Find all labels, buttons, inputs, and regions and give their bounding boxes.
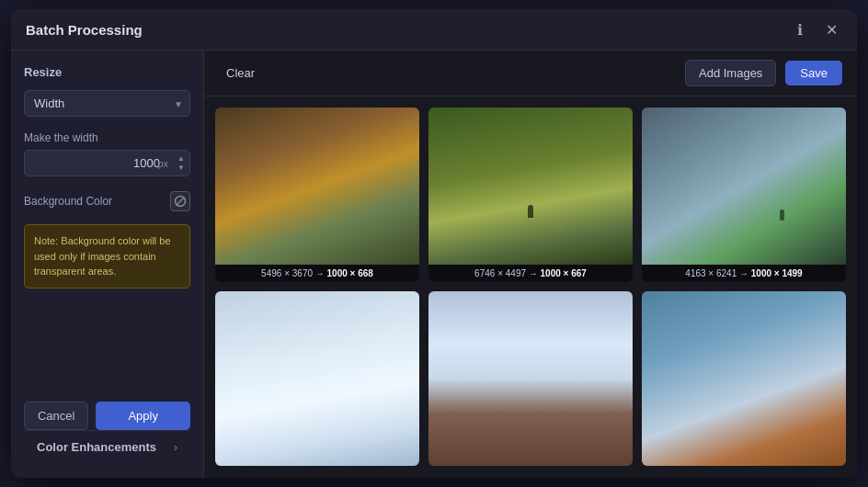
right-toolbar: Clear Add Images Save <box>204 51 857 96</box>
image-thumbnail <box>428 291 633 466</box>
width-input-wrap: px ▲ ▼ <box>24 150 190 176</box>
image-thumbnail <box>642 291 846 466</box>
no-color-icon <box>174 195 187 208</box>
photo-background <box>642 108 846 265</box>
dialog-body: Resize Width Height Longest Side Shortes… <box>11 51 857 478</box>
bg-color-row: Background Color <box>24 191 190 211</box>
batch-processing-dialog: Batch Processing ℹ ✕ Resize Width Height… <box>11 9 857 478</box>
image-card[interactable] <box>428 291 633 466</box>
apply-button[interactable]: Apply <box>96 402 190 430</box>
image-thumbnail <box>215 291 419 466</box>
cancel-button[interactable]: Cancel <box>24 402 88 430</box>
info-button[interactable]: ℹ <box>789 18 811 40</box>
photo-background <box>642 291 846 466</box>
note-text: Note: Background color will be used only… <box>34 235 171 277</box>
image-thumbnail <box>428 108 633 265</box>
no-color-picker[interactable] <box>170 191 190 211</box>
note-box: Note: Background color will be used only… <box>24 224 190 289</box>
clear-button[interactable]: Clear <box>219 62 262 84</box>
add-images-button[interactable]: Add Images <box>685 60 776 86</box>
photo-background <box>215 108 419 265</box>
spin-down-button[interactable]: ▼ <box>176 164 187 173</box>
images-grid: 5496 × 3670 → 1000 × 6686746 × 4497 → 10… <box>204 96 857 478</box>
svg-line-1 <box>177 198 185 206</box>
image-size-label: 6746 × 4497 → 1000 × 667 <box>428 265 633 282</box>
chevron-right-icon: › <box>174 441 177 454</box>
dialog-header: Batch Processing ℹ ✕ <box>11 9 857 51</box>
save-button[interactable]: Save <box>785 61 842 85</box>
photo-background <box>428 108 633 265</box>
resize-mode-select[interactable]: Width Height Longest Side Shortest Side <box>24 90 190 117</box>
image-card[interactable]: 4163 × 6241 → 1000 × 1499 <box>642 108 846 282</box>
action-buttons-row: Cancel Apply <box>24 402 190 430</box>
image-thumbnail <box>215 108 419 265</box>
image-size-label: 4163 × 6241 → 1000 × 1499 <box>642 265 846 282</box>
width-select-wrapper: Width Height Longest Side Shortest Side … <box>24 90 190 117</box>
right-panel: Clear Add Images Save 5496 × 3670 → 1000… <box>204 51 857 478</box>
person-silhouette <box>780 210 784 221</box>
image-card[interactable] <box>215 291 419 466</box>
image-size-label: 5496 × 3670 → 1000 × 668 <box>215 265 419 282</box>
image-card[interactable] <box>642 291 846 466</box>
width-input-row: px ▲ ▼ <box>24 150 190 176</box>
photo-background <box>428 291 633 466</box>
left-panel: Resize Width Height Longest Side Shortes… <box>11 51 204 478</box>
figure-silhouette <box>528 205 533 218</box>
image-card[interactable]: 6746 × 4497 → 1000 × 667 <box>428 108 633 282</box>
image-thumbnail <box>642 108 846 265</box>
dialog-title: Batch Processing <box>26 22 789 38</box>
spin-buttons: ▲ ▼ <box>176 150 187 176</box>
photo-background <box>215 291 419 466</box>
close-button[interactable]: ✕ <box>820 18 842 40</box>
header-icons: ℹ ✕ <box>789 18 842 40</box>
color-enhancements-label: Color Enhancements <box>37 440 156 454</box>
resize-section-title: Resize <box>24 65 190 79</box>
bg-color-label: Background Color <box>24 195 112 208</box>
color-enhancements-section[interactable]: Color Enhancements › <box>24 430 190 463</box>
spin-up-button[interactable]: ▲ <box>176 154 187 164</box>
width-field-label: Make the width <box>24 131 190 144</box>
width-input[interactable] <box>24 150 190 176</box>
image-card[interactable]: 5496 × 3670 → 1000 × 668 <box>215 108 419 282</box>
